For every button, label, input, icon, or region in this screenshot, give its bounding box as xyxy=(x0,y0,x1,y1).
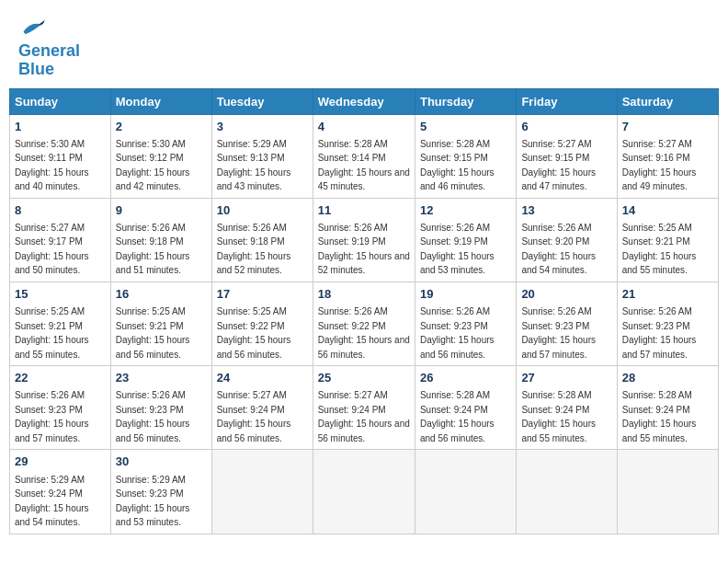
day-info: Sunrise: 5:30 AMSunset: 9:11 PMDaylight:… xyxy=(15,139,89,192)
calendar-header-tuesday: Tuesday xyxy=(211,88,313,114)
calendar-day-11: 11 Sunrise: 5:26 AMSunset: 9:19 PMDaylig… xyxy=(313,198,415,282)
calendar-header-monday: Monday xyxy=(110,88,211,114)
calendar-day-26: 26 Sunrise: 5:28 AMSunset: 9:24 PMDaylig… xyxy=(415,366,516,450)
calendar-empty-cell xyxy=(617,450,718,534)
day-info: Sunrise: 5:28 AMSunset: 9:24 PMDaylight:… xyxy=(622,390,697,443)
calendar-day-18: 18 Sunrise: 5:26 AMSunset: 9:22 PMDaylig… xyxy=(313,282,415,365)
calendar-week-5: 29 Sunrise: 5:29 AMSunset: 9:24 PMDaylig… xyxy=(10,450,719,534)
day-info: Sunrise: 5:25 AMSunset: 9:21 PMDaylight:… xyxy=(622,223,697,276)
day-number: 11 xyxy=(318,202,410,219)
calendar-day-14: 14 Sunrise: 5:25 AMSunset: 9:21 PMDaylig… xyxy=(617,198,718,282)
day-info: Sunrise: 5:25 AMSunset: 9:21 PMDaylight:… xyxy=(116,306,190,360)
calendar-day-25: 25 Sunrise: 5:27 AMSunset: 9:24 PMDaylig… xyxy=(313,366,415,450)
calendar-day-7: 7 Sunrise: 5:27 AMSunset: 9:16 PMDayligh… xyxy=(617,114,718,198)
calendar-day-6: 6 Sunrise: 5:27 AMSunset: 9:15 PMDayligh… xyxy=(517,114,617,198)
calendar-header-thursday: Thursday xyxy=(415,88,516,114)
calendar-day-15: 15 Sunrise: 5:25 AMSunset: 9:21 PMDaylig… xyxy=(10,282,111,365)
calendar-empty-cell xyxy=(415,450,516,534)
day-info: Sunrise: 5:26 AMSunset: 9:18 PMDaylight:… xyxy=(217,223,291,276)
calendar-day-30: 30 Sunrise: 5:29 AMSunset: 9:23 PMDaylig… xyxy=(110,450,211,534)
day-number: 27 xyxy=(521,370,611,386)
day-number: 6 xyxy=(521,119,611,135)
day-info: Sunrise: 5:26 AMSunset: 9:23 PMDaylight:… xyxy=(622,306,697,360)
calendar-day-27: 27 Sunrise: 5:28 AMSunset: 9:24 PMDaylig… xyxy=(517,366,617,450)
day-info: Sunrise: 5:26 AMSunset: 9:20 PMDaylight:… xyxy=(521,223,596,276)
day-number: 7 xyxy=(622,119,713,135)
day-info: Sunrise: 5:26 AMSunset: 9:23 PMDaylight:… xyxy=(420,306,495,360)
day-info: Sunrise: 5:27 AMSunset: 9:16 PMDaylight:… xyxy=(622,139,697,192)
day-number: 21 xyxy=(622,286,713,303)
day-info: Sunrise: 5:26 AMSunset: 9:22 PMDaylight:… xyxy=(318,306,410,360)
day-number: 26 xyxy=(420,370,511,386)
calendar-day-16: 16 Sunrise: 5:25 AMSunset: 9:21 PMDaylig… xyxy=(110,282,211,365)
day-info: Sunrise: 5:26 AMSunset: 9:23 PMDaylight:… xyxy=(521,306,596,360)
day-number: 20 xyxy=(521,286,611,303)
day-info: Sunrise: 5:26 AMSunset: 9:19 PMDaylight:… xyxy=(318,223,410,276)
day-info: Sunrise: 5:26 AMSunset: 9:18 PMDaylight:… xyxy=(116,223,190,276)
calendar-day-1: 1 Sunrise: 5:30 AMSunset: 9:11 PMDayligh… xyxy=(10,114,111,198)
day-number: 1 xyxy=(15,119,106,135)
calendar-week-1: 1 Sunrise: 5:30 AMSunset: 9:11 PMDayligh… xyxy=(10,114,719,198)
day-info: Sunrise: 5:28 AMSunset: 9:15 PMDaylight:… xyxy=(420,139,495,192)
calendar-day-24: 24 Sunrise: 5:27 AMSunset: 9:24 PMDaylig… xyxy=(211,366,313,450)
day-info: Sunrise: 5:28 AMSunset: 9:24 PMDaylight:… xyxy=(420,390,495,443)
day-number: 17 xyxy=(217,286,308,303)
calendar-day-19: 19 Sunrise: 5:26 AMSunset: 9:23 PMDaylig… xyxy=(415,282,516,365)
day-info: Sunrise: 5:29 AMSunset: 9:24 PMDaylight:… xyxy=(15,475,89,528)
day-info: Sunrise: 5:28 AMSunset: 9:24 PMDaylight:… xyxy=(521,390,596,443)
calendar-header-friday: Friday xyxy=(517,88,617,114)
calendar-day-9: 9 Sunrise: 5:26 AMSunset: 9:18 PMDayligh… xyxy=(110,198,211,282)
day-number: 5 xyxy=(420,119,511,135)
day-number: 12 xyxy=(420,202,511,219)
page-header: General Blue xyxy=(9,9,719,84)
day-info: Sunrise: 5:25 AMSunset: 9:22 PMDaylight:… xyxy=(217,306,291,360)
calendar-day-22: 22 Sunrise: 5:26 AMSunset: 9:23 PMDaylig… xyxy=(10,366,111,450)
day-info: Sunrise: 5:30 AMSunset: 9:12 PMDaylight:… xyxy=(116,139,190,192)
calendar-week-3: 15 Sunrise: 5:25 AMSunset: 9:21 PMDaylig… xyxy=(10,282,719,365)
calendar-day-12: 12 Sunrise: 5:26 AMSunset: 9:19 PMDaylig… xyxy=(415,198,516,282)
day-info: Sunrise: 5:26 AMSunset: 9:19 PMDaylight:… xyxy=(420,223,495,276)
day-info: Sunrise: 5:26 AMSunset: 9:23 PMDaylight:… xyxy=(116,390,190,443)
day-info: Sunrise: 5:25 AMSunset: 9:21 PMDaylight:… xyxy=(15,306,89,360)
day-info: Sunrise: 5:27 AMSunset: 9:15 PMDaylight:… xyxy=(521,139,596,192)
logo-text: General Blue xyxy=(18,42,80,79)
calendar-week-4: 22 Sunrise: 5:26 AMSunset: 9:23 PMDaylig… xyxy=(10,366,719,450)
calendar-day-21: 21 Sunrise: 5:26 AMSunset: 9:23 PMDaylig… xyxy=(617,282,718,365)
day-info: Sunrise: 5:26 AMSunset: 9:23 PMDaylight:… xyxy=(15,390,89,443)
day-number: 24 xyxy=(217,370,308,386)
day-number: 8 xyxy=(15,202,106,219)
day-number: 25 xyxy=(318,370,410,386)
calendar-header-saturday: Saturday xyxy=(617,88,718,114)
day-number: 2 xyxy=(116,119,207,135)
calendar-day-20: 20 Sunrise: 5:26 AMSunset: 9:23 PMDaylig… xyxy=(517,282,617,365)
day-number: 19 xyxy=(420,286,511,303)
calendar-day-4: 4 Sunrise: 5:28 AMSunset: 9:14 PMDayligh… xyxy=(313,114,415,198)
day-number: 28 xyxy=(622,370,713,386)
calendar-day-28: 28 Sunrise: 5:28 AMSunset: 9:24 PMDaylig… xyxy=(617,366,718,450)
calendar-empty-cell xyxy=(313,450,415,534)
calendar-day-10: 10 Sunrise: 5:26 AMSunset: 9:18 PMDaylig… xyxy=(211,198,313,282)
day-number: 18 xyxy=(318,286,410,303)
calendar-day-5: 5 Sunrise: 5:28 AMSunset: 9:15 PMDayligh… xyxy=(415,114,516,198)
day-number: 15 xyxy=(15,286,106,303)
day-number: 14 xyxy=(622,202,713,219)
day-info: Sunrise: 5:29 AMSunset: 9:13 PMDaylight:… xyxy=(217,139,291,192)
day-number: 4 xyxy=(318,119,410,135)
calendar-week-2: 8 Sunrise: 5:27 AMSunset: 9:17 PMDayligh… xyxy=(10,198,719,282)
day-number: 10 xyxy=(217,202,308,219)
calendar-day-8: 8 Sunrise: 5:27 AMSunset: 9:17 PMDayligh… xyxy=(10,198,111,282)
calendar-day-23: 23 Sunrise: 5:26 AMSunset: 9:23 PMDaylig… xyxy=(110,366,211,450)
calendar-header-sunday: Sunday xyxy=(10,88,111,114)
calendar-header-wednesday: Wednesday xyxy=(313,88,415,114)
calendar-empty-cell xyxy=(517,450,617,534)
calendar-day-29: 29 Sunrise: 5:29 AMSunset: 9:24 PMDaylig… xyxy=(10,450,111,534)
day-number: 29 xyxy=(15,454,106,470)
day-number: 9 xyxy=(116,202,207,219)
day-info: Sunrise: 5:27 AMSunset: 9:24 PMDaylight:… xyxy=(318,390,410,443)
day-number: 13 xyxy=(521,202,611,219)
day-number: 3 xyxy=(217,119,308,135)
calendar-day-17: 17 Sunrise: 5:25 AMSunset: 9:22 PMDaylig… xyxy=(211,282,313,365)
day-number: 30 xyxy=(116,454,207,470)
calendar-day-13: 13 Sunrise: 5:26 AMSunset: 9:20 PMDaylig… xyxy=(517,198,617,282)
day-info: Sunrise: 5:28 AMSunset: 9:14 PMDaylight:… xyxy=(318,139,410,192)
